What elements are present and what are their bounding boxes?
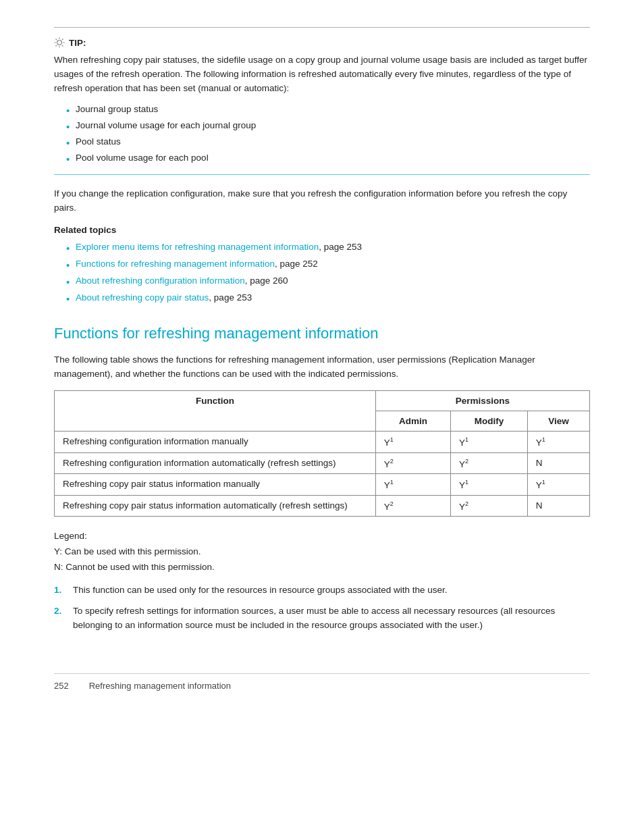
note-item: 2. To specify refresh settings for infor… <box>54 604 590 633</box>
cell-function: Refreshing configuration information man… <box>55 432 376 453</box>
tip-icon <box>54 37 65 48</box>
note-text: This function can be used only for the r… <box>73 583 448 598</box>
related-topic-item: About refreshing configuration informati… <box>66 274 590 288</box>
cell-function: Refreshing copy pair status information … <box>55 495 376 517</box>
tip-list-item: Pool volume usage for each pool <box>66 151 590 165</box>
related-topic-suffix: , page 253 <box>319 242 362 252</box>
col-permissions-header: Permissions <box>375 391 589 411</box>
col-modify-header: Modify <box>451 411 528 432</box>
svg-line-7 <box>62 39 63 41</box>
svg-line-8 <box>56 45 57 47</box>
related-topic-link[interactable]: About refreshing copy pair status <box>76 292 209 303</box>
related-topics-list: Explorer menu items for refreshing manag… <box>66 240 590 305</box>
svg-point-0 <box>57 41 62 45</box>
related-topic-item: Explorer menu items for refreshing manag… <box>66 240 590 255</box>
svg-line-5 <box>56 39 57 41</box>
related-topic-suffix: , page 253 <box>209 292 252 303</box>
tip-label: TIP: <box>54 37 590 48</box>
col-view-header: View <box>527 411 589 432</box>
legend-item-y: Y: Can be used with this permission. <box>54 544 590 560</box>
tip-body: When refreshing copy pair statuses, the … <box>54 53 590 96</box>
cell-modify: Y1 <box>451 474 528 496</box>
cell-modify: Y1 <box>451 432 528 453</box>
svg-line-6 <box>62 45 63 47</box>
related-topics: Related topics Explorer menu items for r… <box>54 225 590 305</box>
cell-function: Refreshing configuration information aut… <box>55 452 376 474</box>
table-row: Refreshing copy pair status information … <box>55 474 590 496</box>
tip-list: Journal group status Journal volume usag… <box>66 103 590 165</box>
cell-admin: Y1 <box>375 432 450 453</box>
cell-view: Y1 <box>527 474 589 496</box>
legend-section: Legend: Y: Can be used with this permiss… <box>54 529 590 575</box>
cell-admin: Y2 <box>375 452 450 474</box>
related-topic-link[interactable]: Functions for refreshing management info… <box>76 259 275 269</box>
cell-modify: Y2 <box>451 495 528 517</box>
col-function-header: Function <box>55 391 376 432</box>
cell-function: Refreshing copy pair status information … <box>55 474 376 496</box>
note-text: To specify refresh settings for informat… <box>73 604 590 633</box>
footer-page: 252 <box>54 681 69 691</box>
related-topic-suffix: , page 260 <box>245 276 288 286</box>
cell-modify: Y2 <box>451 452 528 474</box>
related-topic-item: About refreshing copy pair status, page … <box>66 291 590 305</box>
cell-view: N <box>527 495 589 517</box>
table-header-row: Function Permissions <box>55 391 590 411</box>
related-topic-suffix: , page 252 <box>275 259 318 269</box>
table-row: Refreshing configuration information aut… <box>55 452 590 474</box>
notes-list: 1. This function can be used only for th… <box>54 583 590 633</box>
cell-admin: Y2 <box>375 495 450 517</box>
section-intro: The following table shows the functions … <box>54 353 590 382</box>
related-topics-title: Related topics <box>54 225 590 235</box>
legend-title: Legend: <box>54 529 590 544</box>
note-number: 1. <box>54 583 66 598</box>
tip-list-item: Journal volume usage for each journal gr… <box>66 119 590 133</box>
cell-admin: Y1 <box>375 474 450 496</box>
note-item: 1. This function can be used only for th… <box>54 583 590 598</box>
col-admin-header: Admin <box>375 411 450 432</box>
section-heading: Functions for refreshing management info… <box>54 324 590 344</box>
related-topic-link[interactable]: About refreshing configuration informati… <box>76 276 245 286</box>
table-row: Refreshing configuration information man… <box>55 432 590 453</box>
footer-text: Refreshing management information <box>89 681 231 691</box>
tip-title: TIP: <box>69 38 86 48</box>
main-paragraph: If you change the replication configurat… <box>54 187 590 215</box>
related-topic-link[interactable]: Explorer menu items for refreshing manag… <box>76 242 319 252</box>
tip-list-item: Journal group status <box>66 103 590 117</box>
legend-item-n: N: Cannot be used with this permission. <box>54 560 590 575</box>
note-number: 2. <box>54 604 66 633</box>
footer: 252 Refreshing management information <box>54 673 590 691</box>
table-row: Refreshing copy pair status information … <box>55 495 590 517</box>
page: TIP: When refreshing copy pair statuses,… <box>0 0 644 731</box>
related-topic-item: Functions for refreshing management info… <box>66 257 590 271</box>
cell-view: N <box>527 452 589 474</box>
tip-bottom-rule <box>54 174 590 175</box>
tip-list-item: Pool status <box>66 135 590 149</box>
tip-section: TIP: When refreshing copy pair statuses,… <box>54 27 590 165</box>
cell-view: Y1 <box>527 432 589 453</box>
permissions-table: Function Permissions Admin Modify View R… <box>54 390 590 517</box>
